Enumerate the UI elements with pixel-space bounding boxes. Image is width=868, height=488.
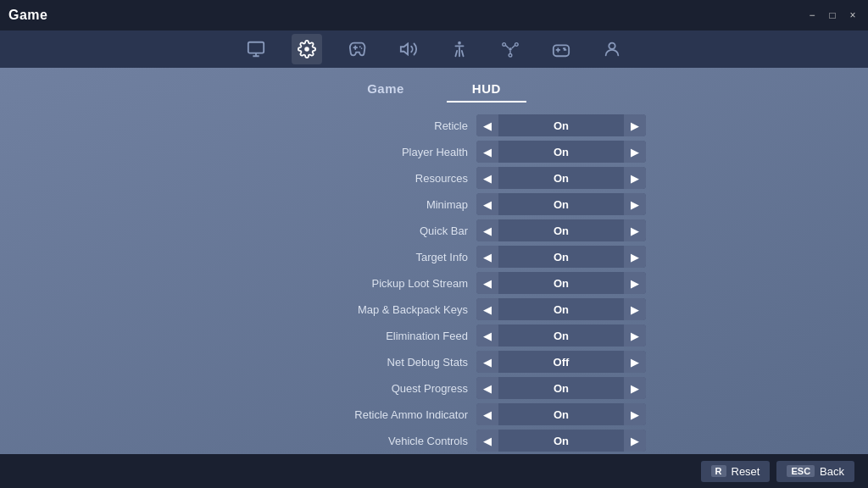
setting-control: ◀On▶ (476, 298, 646, 320)
setting-value: On (498, 405, 624, 424)
audio-icon[interactable] (393, 34, 424, 64)
setting-left-button[interactable]: ◀ (476, 193, 498, 215)
setting-control: ◀On▶ (476, 324, 646, 347)
setting-right-button[interactable]: ▶ (624, 114, 646, 136)
setting-left-button[interactable]: ◀ (476, 219, 498, 241)
setting-right-button[interactable]: ▶ (624, 246, 646, 268)
top-nav (0, 30, 868, 68)
setting-label: Resources (315, 172, 468, 185)
accessibility-icon[interactable] (444, 34, 475, 64)
svg-rect-9 (554, 45, 569, 56)
setting-label: Quick Bar (315, 225, 468, 237)
setting-right-button[interactable]: ▶ (624, 141, 646, 163)
back-button[interactable]: ESC Back (776, 461, 854, 482)
setting-right-button[interactable]: ▶ (624, 298, 646, 320)
tab-game[interactable]: Game (333, 76, 438, 101)
setting-control: ◀On▶ (476, 114, 646, 136)
setting-value: On (498, 195, 624, 214)
setting-label: Elimination Feed (315, 330, 468, 342)
setting-row: Player Health◀On▶ (222, 141, 646, 163)
svg-point-2 (361, 47, 363, 49)
svg-point-1 (359, 46, 361, 47)
setting-label: Vehicle Controls (315, 435, 468, 447)
setting-right-button[interactable]: ▶ (624, 219, 646, 241)
setting-value: On (498, 274, 624, 293)
setting-control: ◀On▶ (476, 193, 646, 215)
tab-hud[interactable]: HUD (438, 76, 535, 101)
setting-right-button[interactable]: ▶ (624, 272, 646, 294)
gear-icon[interactable] (292, 34, 322, 64)
network-icon[interactable] (495, 34, 526, 64)
setting-row: Reticle◀On▶ (222, 114, 646, 136)
setting-left-button[interactable]: ◀ (476, 246, 498, 268)
setting-label: Player Health (315, 146, 468, 158)
svg-marker-3 (401, 44, 408, 55)
setting-control: ◀On▶ (476, 272, 646, 294)
svg-rect-0 (248, 42, 264, 53)
setting-left-button[interactable]: ◀ (476, 167, 498, 189)
setting-value: On (498, 326, 624, 346)
setting-label: Quest Progress (315, 382, 468, 395)
setting-row: Vehicle Controls◀On▶ (222, 430, 646, 452)
account-icon[interactable] (597, 34, 627, 64)
setting-left-button[interactable]: ◀ (476, 377, 498, 399)
setting-label: Reticle (315, 119, 468, 132)
setting-right-button[interactable]: ▶ (624, 403, 646, 425)
setting-right-button[interactable]: ▶ (624, 351, 646, 373)
setting-label: Pickup Loot Stream (315, 277, 468, 290)
setting-value: On (498, 247, 624, 267)
reset-button[interactable]: R Reset (701, 461, 771, 482)
bottom-bar: R Reset ESC Back (0, 454, 868, 488)
setting-left-button[interactable]: ◀ (476, 141, 498, 163)
setting-control: ◀On▶ (476, 246, 646, 268)
setting-control: ◀On▶ (476, 167, 646, 189)
setting-left-button[interactable]: ◀ (476, 351, 498, 373)
maximize-button[interactable]: □ (826, 9, 839, 21)
setting-value: On (498, 221, 624, 241)
svg-point-7 (515, 43, 519, 47)
monitor-icon[interactable] (241, 34, 271, 64)
back-key: ESC (787, 465, 815, 477)
setting-right-button[interactable]: ▶ (624, 167, 646, 189)
gamepad-icon[interactable] (546, 34, 576, 64)
setting-control: ◀On▶ (476, 403, 646, 425)
setting-row: Resources◀On▶ (222, 167, 646, 189)
setting-label: Target Info (315, 251, 468, 263)
minimize-button[interactable]: − (805, 9, 819, 21)
setting-row: Map & Backpack Keys◀On▶ (222, 298, 646, 320)
setting-left-button[interactable]: ◀ (476, 298, 498, 320)
setting-row: Elimination Feed◀On▶ (222, 324, 646, 347)
tabs: Game HUD (333, 76, 535, 101)
setting-control: ◀On▶ (476, 430, 646, 452)
setting-row: Minimap◀On▶ (222, 193, 646, 215)
svg-point-4 (458, 42, 461, 45)
setting-row: Target Info◀On▶ (222, 246, 646, 268)
main-content: Game HUD Reticle◀On▶Player Health◀On▶Res… (0, 68, 868, 454)
setting-control: ◀On▶ (476, 141, 646, 163)
setting-right-button[interactable]: ▶ (624, 193, 646, 215)
setting-left-button[interactable]: ◀ (476, 114, 498, 136)
close-button[interactable]: × (846, 9, 860, 21)
setting-left-button[interactable]: ◀ (476, 324, 498, 347)
setting-right-button[interactable]: ▶ (624, 324, 646, 347)
window-title: Game (8, 8, 47, 23)
setting-control: ◀On▶ (476, 219, 646, 241)
setting-right-button[interactable]: ▶ (624, 377, 646, 399)
setting-row: Reticle Ammo Indicator◀On▶ (222, 403, 646, 425)
setting-right-button[interactable]: ▶ (624, 430, 646, 452)
setting-left-button[interactable]: ◀ (476, 430, 498, 452)
setting-label: Reticle Ammo Indicator (315, 408, 468, 421)
svg-point-8 (509, 54, 512, 58)
setting-control: ◀On▶ (476, 377, 646, 399)
setting-left-button[interactable]: ◀ (476, 272, 498, 294)
setting-value: On (498, 300, 624, 319)
setting-value: On (498, 142, 624, 162)
controller-icon[interactable] (342, 34, 373, 64)
setting-row: Quick Bar◀On▶ (222, 219, 646, 241)
svg-point-10 (609, 43, 615, 49)
setting-value: On (498, 116, 624, 136)
setting-value: On (498, 379, 624, 398)
setting-left-button[interactable]: ◀ (476, 403, 498, 425)
setting-row: Net Debug Stats◀Off▶ (222, 351, 646, 373)
setting-row: Quest Progress◀On▶ (222, 377, 646, 399)
